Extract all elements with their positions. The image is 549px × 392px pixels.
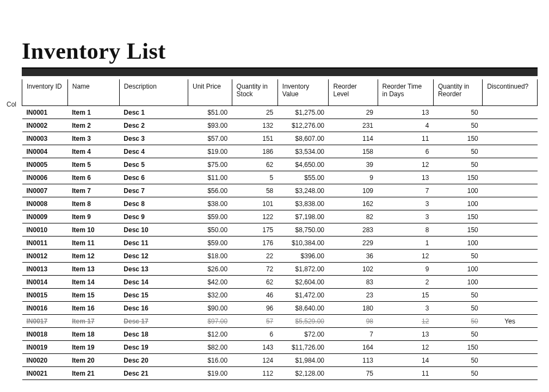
cell-id: IN0003 — [22, 132, 68, 145]
cell-qty-reorder: 50 — [433, 250, 482, 263]
cell-desc: Desc 17 — [119, 315, 188, 328]
cell-reorder-level: 114 — [329, 132, 378, 145]
cell-reorder-time: 11 — [378, 132, 433, 145]
cell-qty: 62 — [232, 158, 277, 171]
cell-value: $8,640.00 — [277, 302, 329, 315]
cell-value: $1,275.00 — [277, 106, 329, 119]
table-row: IN0021Item 21Desc 21$19.00112$2,128.0075… — [22, 367, 538, 380]
cell-reorder-level: 23 — [329, 289, 378, 302]
cell-reorder-time: 12 — [378, 315, 433, 328]
cell-discontinued — [483, 250, 538, 263]
table-row: IN0009Item 9Desc 9$59.00122$7,198.008231… — [22, 210, 538, 223]
cell-desc: Desc 9 — [119, 210, 188, 223]
cell-discontinued — [483, 263, 538, 276]
cell-name: Item 3 — [67, 132, 119, 145]
cell-reorder-level: 113 — [329, 354, 378, 367]
cell-reorder-level: 39 — [329, 158, 378, 171]
cell-unit-price: $56.00 — [188, 184, 232, 197]
cell-discontinued — [483, 210, 538, 223]
cell-reorder-level: 36 — [329, 250, 378, 263]
cell-desc: Desc 2 — [119, 119, 188, 132]
cell-unit-price: $51.00 — [188, 106, 232, 119]
cell-qty: 101 — [232, 197, 277, 210]
cell-unit-price: $19.00 — [188, 367, 232, 380]
cell-unit-price: $59.00 — [188, 237, 232, 250]
cell-desc: Desc 12 — [119, 250, 188, 263]
table-row: IN0001Item 1Desc 1$51.0025$1,275.0029135… — [22, 106, 538, 119]
col-header-id: Inventory ID — [22, 79, 68, 106]
cell-name: Item 19 — [67, 341, 119, 354]
cell-id: IN0014 — [22, 276, 68, 289]
cell-value: $8,607.00 — [277, 132, 329, 145]
cell-reorder-level: 29 — [329, 106, 378, 119]
cell-qty-reorder: 50 — [433, 367, 482, 380]
cell-reorder-time: 4 — [378, 119, 433, 132]
cell-value: $12,276.00 — [277, 119, 329, 132]
cell-reorder-time: 12 — [378, 250, 433, 263]
cell-value: $2,604.00 — [277, 276, 329, 289]
cell-reorder-time: 6 — [378, 145, 433, 158]
cell-name: Item 20 — [67, 354, 119, 367]
cell-qty-reorder: 150 — [433, 132, 482, 145]
cell-name: Item 6 — [67, 171, 119, 184]
cell-qty-reorder: 100 — [433, 237, 482, 250]
cell-name: Item 14 — [67, 276, 119, 289]
cell-value: $3,248.00 — [277, 184, 329, 197]
cell-id: IN0004 — [22, 145, 68, 158]
cell-qty-reorder: 150 — [433, 223, 482, 237]
cell-discontinued — [483, 328, 538, 341]
cell-qty: 22 — [232, 250, 277, 263]
table-row: IN0010Item 10Desc 10$50.00175$8,750.0028… — [22, 223, 538, 237]
cell-reorder-time: 7 — [378, 184, 433, 197]
cell-qty-reorder: 100 — [433, 263, 482, 276]
column-cutoff-label: Col — [7, 101, 16, 108]
cell-value: $4,650.00 — [277, 158, 329, 171]
cell-value: $5,529.00 — [277, 315, 329, 328]
cell-reorder-level: 283 — [329, 223, 378, 237]
cell-qty-reorder: 50 — [433, 145, 482, 158]
table-row: IN0018Item 18Desc 18$12.006$72.0071350 — [22, 328, 538, 341]
cell-discontinued — [483, 367, 538, 380]
cell-discontinued — [483, 184, 538, 197]
table-row: IN0017Item 17Desc 17$97.0057$5,529.00981… — [22, 315, 538, 328]
cell-qty-reorder: 100 — [433, 197, 482, 210]
cell-discontinued — [483, 132, 538, 145]
table-row: IN0012Item 12Desc 12$18.0022$396.0036125… — [22, 250, 538, 263]
cell-qty-reorder: 150 — [433, 171, 482, 184]
cell-qty: 124 — [232, 354, 277, 367]
cell-desc: Desc 8 — [119, 197, 188, 210]
cell-value: $3,838.00 — [277, 197, 329, 210]
cell-id: IN0021 — [22, 367, 68, 380]
cell-unit-price: $90.00 — [188, 302, 232, 315]
cell-reorder-time: 13 — [378, 328, 433, 341]
cell-unit-price: $50.00 — [188, 223, 232, 237]
cell-reorder-time: 2 — [378, 276, 433, 289]
title-underline — [22, 67, 538, 76]
table-row: IN0011Item 11Desc 11$59.00176$10,384.002… — [22, 237, 538, 250]
table-row: IN0003Item 3Desc 3$57.00151$8,607.001141… — [22, 132, 538, 145]
table-row: IN0004Item 4Desc 4$19.00186$3,534.001586… — [22, 145, 538, 158]
table-row: IN0002Item 2Desc 2$93.00132$12,276.00231… — [22, 119, 538, 132]
cell-qty: 96 — [232, 302, 277, 315]
cell-qty: 5 — [232, 171, 277, 184]
cell-unit-price: $42.00 — [188, 276, 232, 289]
cell-id: IN0020 — [22, 354, 68, 367]
cell-qty: 175 — [232, 223, 277, 237]
cell-value: $55.00 — [277, 171, 329, 184]
cell-value: $2,128.00 — [277, 367, 329, 380]
cell-id: IN0009 — [22, 210, 68, 223]
cell-discontinued — [483, 145, 538, 158]
cell-reorder-level: 162 — [329, 197, 378, 210]
table-header-row: Inventory ID Name Description Unit Price… — [22, 79, 538, 106]
cell-value: $72.00 — [277, 328, 329, 341]
cell-name: Item 12 — [67, 250, 119, 263]
cell-name: Item 5 — [67, 158, 119, 171]
col-header-discontinued: Discontinued? — [483, 79, 538, 106]
cell-unit-price: $12.00 — [188, 328, 232, 341]
cell-qty: 112 — [232, 367, 277, 380]
col-header-reorder-level: Reorder Level — [329, 79, 378, 106]
table-row: IN0013Item 13Desc 13$26.0072$1,872.00102… — [22, 263, 538, 276]
cell-id: IN0012 — [22, 250, 68, 263]
cell-desc: Desc 5 — [119, 158, 188, 171]
cell-id: IN0001 — [22, 106, 68, 119]
